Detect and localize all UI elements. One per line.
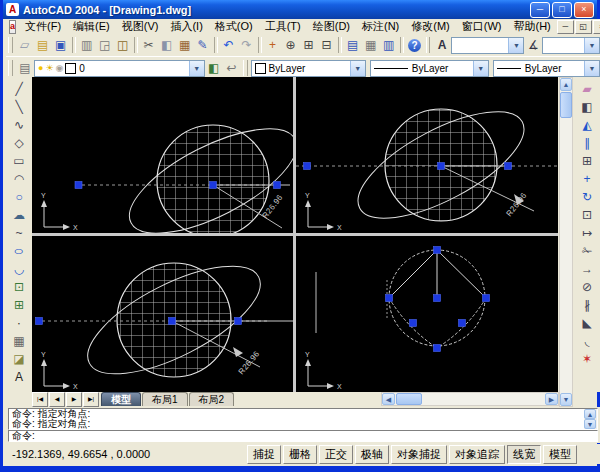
rotate-icon[interactable]: ↻ — [578, 188, 596, 206]
line-icon[interactable]: ╱ — [10, 80, 28, 98]
grip[interactable] — [434, 295, 441, 302]
scroll-up-icon[interactable]: ▲ — [584, 409, 596, 419]
layer-select[interactable]: ● ☀ ◉ 0 ▼ — [34, 60, 205, 77]
scroll-down-icon[interactable]: ▼ — [560, 393, 572, 406]
status-toggle-对象追踪[interactable]: 对象追踪 — [449, 445, 505, 464]
copy-icon[interactable]: ◧ — [158, 36, 176, 54]
viewport-bottom-left[interactable]: R26.96 YX — [32, 236, 293, 392]
menu-item-2[interactable]: 视图(V) — [116, 18, 165, 36]
status-toggle-线宽[interactable]: 线宽 — [507, 445, 541, 464]
toolbar-grip[interactable] — [8, 60, 13, 76]
layer-manager-icon[interactable]: ▤ — [16, 59, 34, 77]
grip[interactable] — [386, 295, 393, 302]
zoom-previous-icon[interactable]: ⊟ — [318, 36, 336, 54]
grip[interactable] — [459, 320, 466, 327]
tool-palettes-icon[interactable]: ▥ — [380, 36, 398, 54]
tab-nav-next-icon[interactable]: ▶ — [66, 392, 82, 407]
paste-icon[interactable]: ▦ — [176, 36, 194, 54]
plot-icon[interactable]: ▥ — [78, 36, 96, 54]
stretch-icon[interactable]: ↦ — [578, 224, 596, 242]
help-icon[interactable]: ? — [406, 36, 424, 54]
mdi-close-button[interactable]: × — [593, 20, 600, 34]
redo-icon[interactable]: ↷ — [238, 36, 256, 54]
make-object-layer-current-icon[interactable]: ◧ — [205, 59, 223, 77]
fillet-icon[interactable]: ◟ — [578, 332, 596, 350]
zoom-window-icon[interactable]: ⊞ — [300, 36, 318, 54]
mdi-restore-button[interactable]: ◱ — [575, 20, 592, 34]
grip[interactable] — [274, 182, 281, 189]
zoom-realtime-icon[interactable]: ⊕ — [282, 36, 300, 54]
save-icon[interactable]: ▣ — [52, 36, 70, 54]
dim-style-icon[interactable]: ∡ — [524, 36, 542, 54]
chevron-down-icon[interactable]: ▼ — [508, 38, 523, 53]
horizontal-scrollbar[interactable]: ◀ ▶ — [381, 392, 559, 406]
designcenter-icon[interactable]: ▦ — [362, 36, 380, 54]
minimize-button[interactable]: ─ — [530, 2, 550, 18]
command-history[interactable]: 命令: 指定对角点:命令: 指定对角点: ▲ ▼ — [8, 408, 598, 430]
extend-icon[interactable]: → — [578, 260, 596, 278]
status-toggle-极轴[interactable]: 极轴 — [355, 445, 389, 464]
plot-preview-icon[interactable]: ◲ — [96, 36, 114, 54]
command-scrollbar[interactable]: ▲ ▼ — [584, 409, 597, 429]
scroll-down-icon[interactable]: ▼ — [584, 419, 596, 429]
maximize-button[interactable]: □ — [552, 2, 572, 18]
menu-item-7[interactable]: 标注(N) — [356, 18, 405, 36]
layer-previous-icon[interactable]: ↩ — [223, 59, 241, 77]
arc-icon[interactable]: ◠ — [10, 170, 28, 188]
open-icon[interactable]: ▤ — [34, 36, 52, 54]
chevron-down-icon[interactable]: ▼ — [473, 61, 488, 76]
offset-icon[interactable]: ∥ — [578, 134, 596, 152]
chevron-down-icon[interactable]: ▼ — [584, 38, 599, 53]
hatch-icon[interactable]: ▦ — [10, 332, 28, 350]
toolbar-grip[interactable] — [426, 37, 431, 53]
polygon-icon[interactable]: ◇ — [10, 134, 28, 152]
make-block-icon[interactable]: ⊞ — [10, 296, 28, 314]
ellipse-icon[interactable]: ○ — [10, 242, 28, 260]
menu-item-10[interactable]: 帮助(H) — [508, 18, 557, 36]
tab-nav-prev-icon[interactable]: ◀ — [49, 392, 65, 407]
insert-block-icon[interactable]: ⊡ — [10, 278, 28, 296]
linetype-control-select[interactable]: ByLayer ▼ — [370, 60, 489, 77]
grip[interactable] — [483, 295, 490, 302]
new-icon[interactable]: ▱ — [16, 36, 34, 54]
viewport-top-right[interactable]: R26.96 YX — [296, 77, 558, 233]
grip[interactable] — [210, 182, 217, 189]
grip[interactable] — [235, 318, 242, 325]
scroll-up-icon[interactable]: ▲ — [560, 78, 572, 91]
match-properties-icon[interactable]: ✎ — [194, 36, 212, 54]
tab-nav-first-icon[interactable]: |◀ — [32, 392, 48, 407]
region-icon[interactable]: ◪ — [10, 350, 28, 368]
color-control-select[interactable]: ByLayer ▼ — [251, 60, 366, 77]
move-icon[interactable]: + — [578, 170, 596, 188]
tab-layout1[interactable]: 布局1 — [142, 392, 188, 406]
menu-item-5[interactable]: 工具(T) — [259, 18, 307, 36]
tab-model[interactable]: 模型 — [101, 392, 141, 406]
cut-icon[interactable]: ✂ — [140, 36, 158, 54]
status-toggle-正交[interactable]: 正交 — [319, 445, 353, 464]
dim-style-select[interactable]: ▼ — [542, 37, 600, 54]
viewport-divider-horizontal[interactable] — [32, 233, 558, 236]
grip[interactable] — [434, 247, 441, 254]
spline-icon[interactable]: ~ — [10, 224, 28, 242]
point-icon[interactable]: ∙ — [10, 314, 28, 332]
break-at-point-icon[interactable]: ⊘ — [578, 278, 596, 296]
menu-item-8[interactable]: 修改(M) — [405, 18, 456, 36]
tab-nav-last-icon[interactable]: ▶| — [83, 392, 99, 407]
array-icon[interactable]: ⊞ — [578, 152, 596, 170]
toolbar-grip[interactable] — [243, 60, 248, 76]
viewport-top-left[interactable]: R26.96 YX — [32, 77, 293, 233]
grip[interactable] — [438, 163, 445, 170]
scale-icon[interactable]: ⊡ — [578, 206, 596, 224]
scroll-right-icon[interactable]: ▶ — [545, 393, 558, 405]
menu-item-3[interactable]: 插入(I) — [164, 18, 208, 36]
drawing-canvas[interactable]: R26.96 YX R26.96 — [32, 77, 558, 392]
status-toggle-栅格[interactable]: 栅格 — [283, 445, 317, 464]
text-style-select[interactable]: ▼ — [451, 37, 524, 54]
break-icon[interactable]: ∦ — [578, 296, 596, 314]
vertical-scrollbar[interactable]: ▲ ▼ — [559, 77, 573, 407]
undo-icon[interactable]: ↶ — [220, 36, 238, 54]
close-button[interactable]: × — [574, 2, 594, 18]
explode-icon[interactable]: ✶ — [578, 350, 596, 368]
mirror-icon[interactable]: ◭ — [578, 116, 596, 134]
status-toggle-捕捉[interactable]: 捕捉 — [247, 445, 281, 464]
